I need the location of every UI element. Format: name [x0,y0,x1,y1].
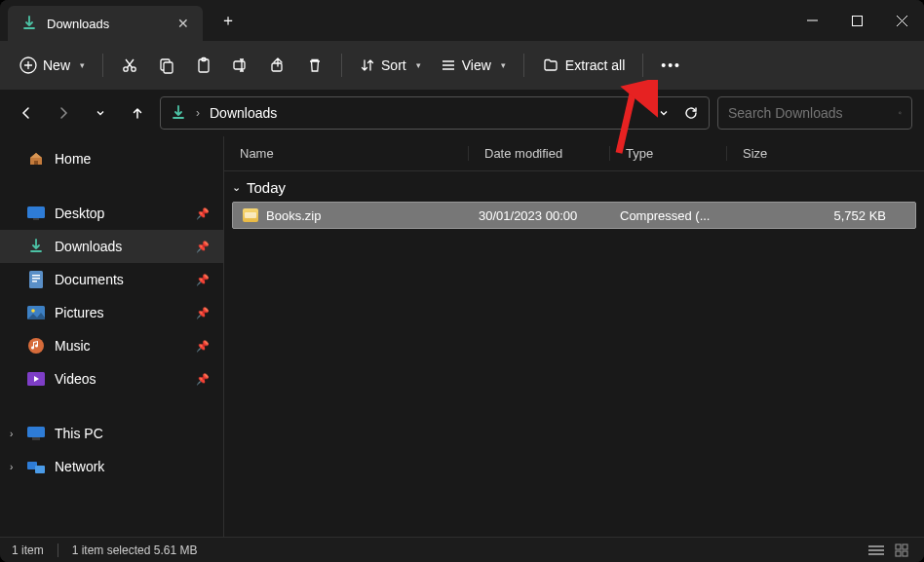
sidebar-item-music[interactable]: Music 📌 [0,329,223,362]
new-button[interactable]: New ▾ [12,51,93,80]
back-button[interactable] [12,98,41,128]
sort-button[interactable]: Sort ▾ [352,52,429,79]
search-box[interactable] [717,96,912,130]
pc-icon [27,425,45,442]
item-count: 1 item [12,543,44,557]
extract-all-button[interactable]: Extract all [534,51,633,80]
thumbnail-view-button[interactable] [891,542,912,559]
path-bar[interactable]: › Downloads [160,96,710,130]
column-type[interactable]: Type [609,146,726,161]
scissors-icon [121,56,138,74]
tab-close-icon[interactable]: ✕ [177,16,189,31]
column-size[interactable]: Size [726,146,924,161]
group-today[interactable]: ⌄ Today [224,175,924,200]
copy-button[interactable] [150,51,183,80]
minimize-button[interactable] [789,0,834,41]
file-row[interactable]: Books.zip 30/01/2023 00:00 Compressed (.… [232,202,916,229]
svg-rect-36 [27,427,45,437]
pin-icon: 📌 [196,274,210,286]
music-icon [27,337,45,355]
up-button[interactable] [123,98,152,128]
selection-info: 1 item selected 5.61 MB [72,543,198,557]
sidebar-item-network[interactable]: › Network [0,450,223,483]
chevron-right-icon[interactable]: › [10,462,13,472]
chevron-down-icon: ▾ [501,60,506,70]
svg-rect-37 [32,437,40,440]
paste-button[interactable] [187,51,220,80]
path-segment[interactable]: Downloads [210,105,277,121]
video-icon [27,370,45,388]
svg-rect-29 [32,275,40,277]
pin-icon: 📌 [196,207,210,220]
pin-icon: 📌 [196,373,210,386]
cut-button[interactable] [113,51,146,80]
chevron-down-icon[interactable] [658,107,670,119]
recent-dropdown-button[interactable] [86,98,115,128]
chevron-right-icon: › [196,106,200,120]
refresh-icon[interactable] [683,105,699,121]
chevron-down-icon: ⌄ [535,144,543,154]
svg-rect-28 [29,271,43,288]
svg-line-24 [901,114,902,115]
maximize-button[interactable] [834,0,879,41]
forward-button[interactable] [49,98,78,128]
more-button[interactable]: ••• [653,52,689,79]
file-list-area: Name Date modified ⌄ Type Size ⌄ Today B… [224,136,924,537]
pin-icon: 📌 [196,340,210,353]
plus-circle-icon [19,56,37,74]
sidebar-item-desktop[interactable]: Desktop 📌 [0,197,223,230]
extract-icon [542,56,559,74]
details-view-button[interactable] [866,542,887,559]
download-icon [27,238,45,255]
svg-rect-27 [33,218,39,220]
svg-rect-26 [27,206,45,218]
svg-rect-46 [903,551,907,556]
rename-button[interactable] [224,51,257,80]
toolbar: New ▾ Sort ▾ View ▾ Extract all ••• [0,41,924,90]
close-button[interactable] [879,0,924,41]
sidebar-item-thispc[interactable]: › This PC [0,417,223,450]
sidebar-item-videos[interactable]: Videos 📌 [0,362,223,395]
titlebar: Downloads ✕ ＋ [0,0,924,41]
sidebar: Home Desktop 📌 Downloads 📌 Documents 📌 P… [0,136,224,537]
svg-rect-25 [34,161,38,165]
document-icon [27,271,45,288]
svg-rect-43 [896,544,901,549]
download-icon [21,16,37,31]
delete-button[interactable] [298,51,331,80]
desktop-icon [27,205,45,222]
file-name: Books.zip [266,208,321,223]
paste-icon [195,56,212,74]
column-headers: Name Date modified ⌄ Type Size [224,136,924,171]
chevron-down-icon: ▾ [416,60,421,70]
svg-rect-45 [896,551,901,556]
file-date: 30/01/2023 00:00 [469,208,610,223]
sort-icon [360,57,375,73]
column-date[interactable]: Date modified ⌄ [468,146,609,161]
tab-downloads[interactable]: Downloads ✕ [8,6,203,41]
sidebar-item-documents[interactable]: Documents 📌 [0,263,223,296]
search-input[interactable] [728,105,899,121]
svg-rect-31 [32,281,37,282]
sidebar-item-pictures[interactable]: Pictures 📌 [0,296,223,329]
chevron-right-icon[interactable]: › [10,429,13,439]
chevron-down-icon [95,107,106,119]
view-button[interactable]: View ▾ [433,52,514,79]
search-icon [899,106,902,120]
copy-icon [158,56,175,74]
svg-rect-44 [903,544,907,549]
share-button[interactable] [261,51,294,80]
rename-icon [232,56,250,74]
svg-point-23 [899,112,901,114]
pin-icon: 📌 [196,307,210,319]
sidebar-item-home[interactable]: Home [0,142,223,175]
svg-rect-19 [272,63,282,71]
pin-icon: 📌 [196,241,210,253]
new-tab-button[interactable]: ＋ [220,11,236,31]
trash-icon [306,56,324,74]
svg-rect-15 [234,61,245,69]
column-name[interactable]: Name [224,146,468,161]
svg-rect-12 [164,62,173,73]
sidebar-item-downloads[interactable]: Downloads 📌 [0,230,223,263]
svg-point-33 [31,309,35,313]
